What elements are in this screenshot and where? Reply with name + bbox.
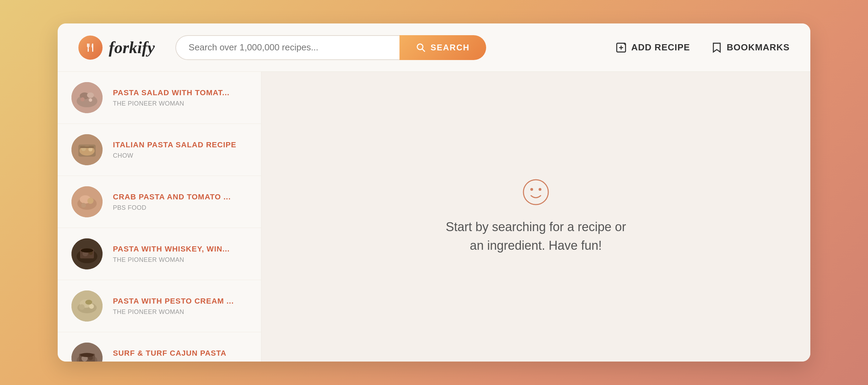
food-image-placeholder bbox=[71, 290, 103, 322]
fork-knife-icon bbox=[84, 41, 97, 54]
welcome-message: Start by searching for a recipe or an in… bbox=[446, 178, 626, 255]
recipe-title: ITALIAN PASTA SALAD RECIPE bbox=[113, 140, 247, 149]
bookmarks-label: BOOKMARKS bbox=[727, 42, 790, 53]
recipe-item[interactable]: PASTA WITH WHISKEY, WIN... THE PIONEER W… bbox=[58, 228, 261, 280]
recipe-source: THE PIONEER WOMAN bbox=[113, 256, 247, 264]
recipe-title: PASTA WITH PESTO CREAM ... bbox=[113, 297, 247, 306]
bookmarks-button[interactable]: BOOKMARKS bbox=[711, 42, 790, 53]
recipe-thumbnail bbox=[71, 238, 103, 269]
svg-point-16 bbox=[80, 97, 85, 101]
recipe-source: THE PIONEER WOMAN bbox=[113, 361, 247, 362]
recipe-info: SURF & TURF CAJUN PASTA THE PIONEER WOMA… bbox=[113, 349, 247, 362]
svg-point-6 bbox=[417, 44, 423, 49]
search-button-label: SEARCH bbox=[431, 43, 470, 52]
logo-icon bbox=[78, 36, 103, 60]
recipe-thumbnail bbox=[71, 343, 103, 362]
add-recipe-icon bbox=[615, 42, 627, 53]
main-content: PASTA SALAD WITH TOMAT... THE PIONEER WO… bbox=[58, 72, 810, 362]
food-image-placeholder bbox=[71, 343, 103, 362]
recipe-title: PASTA WITH WHISKEY, WIN... bbox=[113, 245, 247, 254]
recipe-thumbnail bbox=[71, 134, 103, 165]
nav-buttons: ADD RECIPE BOOKMARKS bbox=[615, 42, 790, 53]
recipe-info: PASTA WITH WHISKEY, WIN... THE PIONEER W… bbox=[113, 245, 247, 264]
recipe-source: THE PIONEER WOMAN bbox=[113, 308, 247, 316]
svg-point-27 bbox=[87, 198, 94, 204]
food-image-placeholder bbox=[71, 82, 103, 113]
svg-rect-23 bbox=[80, 146, 94, 148]
svg-point-40 bbox=[85, 300, 92, 305]
search-button[interactable]: SEARCH bbox=[399, 35, 486, 60]
svg-point-17 bbox=[89, 98, 92, 102]
recipe-info: PASTA SALAD WITH TOMAT... THE PIONEER WO… bbox=[113, 88, 247, 107]
recipe-thumbnail bbox=[71, 82, 103, 113]
svg-point-49 bbox=[539, 188, 541, 191]
recipe-item[interactable]: SURF & TURF CAJUN PASTA THE PIONEER WOMA… bbox=[58, 332, 261, 362]
recipe-source: PBS FOOD bbox=[113, 204, 247, 211]
svg-point-48 bbox=[530, 188, 533, 191]
food-image-placeholder bbox=[71, 238, 103, 269]
add-recipe-button[interactable]: ADD RECIPE bbox=[615, 42, 690, 53]
svg-point-39 bbox=[89, 304, 94, 309]
recipe-info: ITALIAN PASTA SALAD RECIPE CHOW bbox=[113, 140, 247, 159]
app-container: forkify SEARCH ADD RECIPE bbox=[58, 23, 810, 362]
header: forkify SEARCH ADD RECIPE bbox=[58, 23, 810, 72]
recipe-list-sidebar: PASTA SALAD WITH TOMAT... THE PIONEER WO… bbox=[58, 72, 261, 362]
svg-line-7 bbox=[422, 49, 425, 52]
search-area: SEARCH bbox=[175, 35, 486, 60]
recipe-item[interactable]: ITALIAN PASTA SALAD RECIPE CHOW bbox=[58, 124, 261, 176]
logo-area: forkify bbox=[78, 36, 155, 60]
svg-rect-1 bbox=[88, 43, 89, 48]
recipe-item[interactable]: CRAB PASTA AND TOMATO ... PBS FOOD bbox=[58, 176, 261, 228]
recipe-title: SURF & TURF CAJUN PASTA bbox=[113, 349, 247, 358]
recipe-thumbnail bbox=[71, 186, 103, 217]
app-logo-text: forkify bbox=[109, 38, 155, 57]
recipe-title: PASTA SALAD WITH TOMAT... bbox=[113, 88, 247, 97]
svg-point-47 bbox=[523, 180, 548, 205]
svg-point-0 bbox=[85, 42, 96, 53]
main-panel: Start by searching for a recipe or an in… bbox=[261, 72, 810, 362]
search-input[interactable] bbox=[175, 35, 399, 60]
svg-point-38 bbox=[79, 304, 85, 310]
svg-point-28 bbox=[81, 203, 86, 208]
bookmark-icon bbox=[711, 42, 723, 53]
add-recipe-label: ADD RECIPE bbox=[631, 42, 690, 53]
svg-point-46 bbox=[80, 353, 94, 357]
svg-point-34 bbox=[81, 248, 93, 253]
svg-point-15 bbox=[87, 92, 94, 98]
welcome-text-line1: Start by searching for a recipe or bbox=[446, 218, 626, 236]
recipe-title: CRAB PASTA AND TOMATO ... bbox=[113, 192, 247, 201]
food-image-placeholder bbox=[71, 186, 103, 217]
search-icon bbox=[416, 43, 426, 52]
smiley-icon bbox=[522, 178, 550, 206]
svg-rect-4 bbox=[89, 43, 90, 47]
recipe-info: CRAB PASTA AND TOMATO ... PBS FOOD bbox=[113, 192, 247, 211]
recipe-source: THE PIONEER WOMAN bbox=[113, 100, 247, 107]
svg-rect-3 bbox=[87, 43, 88, 47]
food-image-placeholder bbox=[71, 134, 103, 165]
recipe-source: CHOW bbox=[113, 152, 247, 159]
svg-rect-2 bbox=[88, 48, 89, 52]
welcome-text-line2: an ingredient. Have fun! bbox=[446, 236, 626, 255]
recipe-thumbnail bbox=[71, 290, 103, 322]
recipe-item[interactable]: PASTA WITH PESTO CREAM ... THE PIONEER W… bbox=[58, 280, 261, 332]
recipe-info: PASTA WITH PESTO CREAM ... THE PIONEER W… bbox=[113, 297, 247, 316]
recipe-item[interactable]: PASTA SALAD WITH TOMAT... THE PIONEER WO… bbox=[58, 72, 261, 124]
